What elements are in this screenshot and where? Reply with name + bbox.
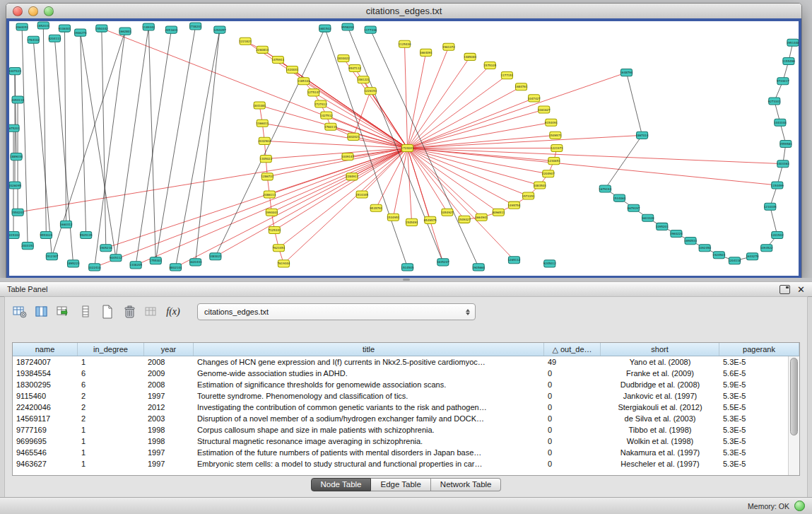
column-header-6[interactable]: pagerank [719,343,799,356]
graph-node[interactable]: 1664091 [420,49,433,56]
graph-node[interactable]: 1633270 [746,253,759,260]
graph-node[interactable]: 1545491 [406,218,418,226]
graph-node[interactable]: 1275141 [307,89,320,96]
window-titlebar[interactable]: citations_edges.txt [6,4,801,19]
graph-node[interactable]: 9733017 [777,78,789,85]
graph-node[interactable]: 1603328 [642,214,654,221]
graph-node[interactable]: 1675201 [9,124,20,132]
graph-node[interactable]: 1155498 [782,57,795,64]
column-header-0[interactable]: name [13,343,78,356]
graph-node[interactable]: 1924503 [712,252,725,259]
graph-node[interactable]: 1461221 [357,76,370,83]
graph-node[interactable]: 2042902 [258,137,271,144]
graph-node[interactable]: 1889034 [10,153,23,160]
graph-node[interactable]: 1092450 [698,245,711,252]
table-row[interactable]: 1938455462009Genome-wide association stu… [13,368,789,379]
tab-node-table[interactable]: Node Table [311,478,372,491]
graph-node[interactable]: 1662801 [119,28,131,35]
graph-node[interactable]: 1760115 [324,123,337,130]
graph-node[interactable]: 1660312 [60,221,73,228]
tab-edge-table[interactable]: Edge Table [371,478,430,491]
graph-node[interactable]: 1189342 [142,23,155,30]
new-table-icon[interactable] [100,305,115,319]
graph-node[interactable]: 2026095 [9,182,21,189]
graph-node[interactable]: 1221821 [239,37,252,45]
graph-node[interactable]: 1007423 [9,68,21,75]
graph-node[interactable]: 1305022 [259,156,272,163]
delete-table-icon[interactable] [122,305,137,319]
table-row[interactable]: 977716911998Corpus callosum shape and si… [13,424,789,436]
graph-node[interactable]: 9245012 [543,260,556,267]
graph-node[interactable]: 1951448 [787,39,799,46]
graph-node[interactable]: 1679193 [599,185,611,192]
graph-node[interactable]: 1177151 [500,72,513,79]
graph-node[interactable]: 2053114 [11,96,24,103]
graph-node[interactable]: 9273341 [768,98,781,105]
graph-node[interactable]: 1841081 [253,102,266,109]
network-view[interactable]: 2064051185203191063011764102820411319062… [6,18,801,279]
graph-node[interactable]: 7125341 [268,226,281,233]
graph-node[interactable]: 1534951 [387,214,399,221]
graph-node[interactable]: 2284911 [346,173,358,180]
graph-node[interactable]: 1514545 [401,264,414,271]
graph-node[interactable]: 1022410 [88,264,101,271]
graph-node[interactable]: 1764102 [27,36,40,43]
graph-node[interactable]: 1483021 [209,253,222,260]
table-row[interactable]: 946554611997Estimation of the future num… [13,447,789,458]
graph-node[interactable]: 1727412 [314,100,327,107]
graph-node[interactable]: 9558204 [341,23,354,30]
graph-node[interactable]: 1201542 [771,231,784,238]
table-row[interactable]: 2242004622012Investigating the contribut… [13,402,789,413]
graph-node[interactable]: 2051633 [165,26,178,33]
graph-node[interactable]: 1573351 [522,192,535,199]
graph-node[interactable]: 2086113 [263,191,276,198]
table-row[interactable]: 911546021997Tourette syndrome. Phenomeno… [13,390,789,402]
graph-node[interactable]: 1093522 [760,245,773,252]
graph-node[interactable]: 8679197 [628,204,640,211]
column-header-1[interactable]: in_degree [78,343,144,356]
graph-node[interactable]: 8802144 [170,264,182,271]
function-builder-icon[interactable]: f(x) [165,305,181,319]
graph-node[interactable]: 1832021 [347,133,360,140]
graph-node[interactable]: 1443344 [774,119,787,126]
graph-node[interactable]: 2064051 [16,23,28,30]
graph-node[interactable]: 1427512 [320,112,333,119]
graph-node[interactable]: 8096511 [492,209,505,216]
graph-node[interactable]: 1204118 [728,257,741,264]
graph-node[interactable]: 1960224 [670,230,683,237]
graph-node[interactable]: 1681502 [319,25,331,32]
graph-node[interactable]: 1575105 [483,62,496,69]
graph-node[interactable]: 1534063 [613,194,625,201]
graph-node[interactable]: 1724041 [401,144,414,151]
graph-node[interactable]: 1993001 [265,209,278,216]
column-header-2[interactable]: year [144,343,194,356]
float-panel-icon[interactable] [779,285,790,294]
graph-node[interactable]: 1738201 [189,23,202,30]
graph-node[interactable]: 1755301 [149,257,162,264]
close-window-icon[interactable] [13,6,23,16]
merge-table-icon[interactable] [143,305,159,319]
graph-node[interactable]: 9106301 [59,25,71,32]
graph-node[interactable]: 1620433 [189,259,202,266]
graph-node[interactable]: 1905664 [472,264,485,271]
graph-node[interactable]: 1061627 [538,106,551,113]
graph-node[interactable]: 1054927 [441,209,454,216]
graph-node[interactable]: 1906274 [74,29,87,36]
table-row[interactable]: 1872400712008Changes of HCN gene express… [13,356,789,368]
graph-node[interactable]: 1294057 [213,26,226,33]
graph-node[interactable]: 1550342 [95,25,108,32]
column-header-5[interactable]: short [601,343,719,356]
graph-node[interactable]: 2204907 [542,170,555,177]
graph-node[interactable]: 1512307 [45,253,58,260]
graph-node[interactable]: 1403363 [777,160,789,168]
graph-node[interactable]: 1095201 [656,223,669,230]
graph-node[interactable]: 2003151 [21,243,34,250]
table-scrollbar[interactable] [788,356,799,475]
graph-node[interactable]: 9535791 [370,204,382,211]
graph-node[interactable]: 7619344 [277,260,290,267]
graph-node[interactable]: 1047427 [528,95,541,102]
graph-node[interactable]: 1664941 [475,214,488,221]
graph-node[interactable]: 1210335 [764,203,777,210]
graph-node[interactable]: 9154491 [545,119,558,126]
import-table-icon[interactable] [56,305,71,319]
